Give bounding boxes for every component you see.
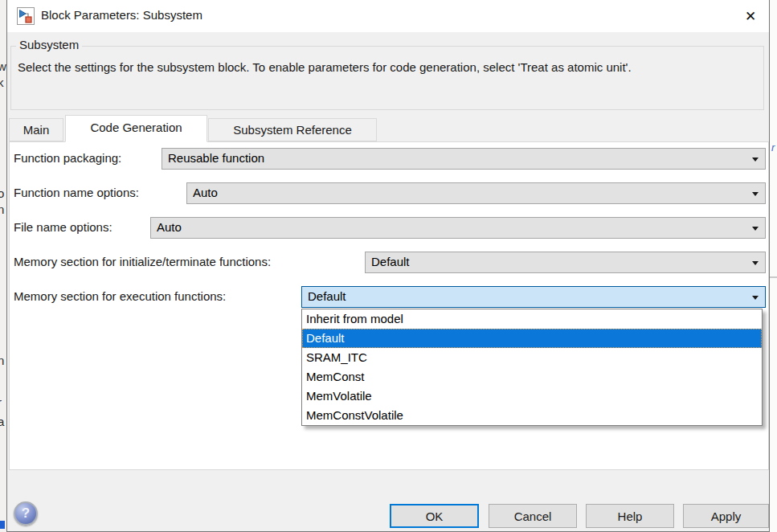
combobox-value: Default <box>371 255 410 268</box>
help-orb-icon[interactable]: ? <box>14 501 38 526</box>
cancel-button[interactable]: Cancel <box>489 504 577 528</box>
file-name-options-combobox[interactable]: Auto <box>150 217 766 239</box>
help-button[interactable]: Help <box>586 504 674 528</box>
memory-section-init-term-label: Memory section for initialize/terminate … <box>14 255 271 268</box>
dropdown-option[interactable]: MemVolatile <box>302 387 762 406</box>
background-text-fragment: w <box>0 59 6 73</box>
groupbox-title: Subsystem <box>16 38 82 51</box>
tab-code-generation[interactable]: Code Generation <box>65 115 207 142</box>
window-title: Block Parameters: Subsystem <box>41 8 202 22</box>
combobox-value: Auto <box>193 186 218 199</box>
simulink-block-icon <box>17 7 35 25</box>
background-window-left-sliver: w k o n i n r a <box>0 0 6 532</box>
function-name-options-label: Function name options: <box>14 186 139 199</box>
dropdown-option[interactable]: Default <box>302 329 762 348</box>
function-packaging-combobox[interactable]: Reusable function <box>162 148 766 170</box>
memory-section-execution-label: Memory section for execution functions: <box>14 289 226 303</box>
function-packaging-label: Function packaging: <box>14 151 121 165</box>
dropdown-option[interactable]: MemConstVolatile <box>302 406 762 425</box>
background-window-right-sliver: r <box>770 0 777 532</box>
background-text-fragment: a <box>0 415 4 428</box>
subsystem-groupbox: Subsystem Select the settings for the su… <box>10 46 764 110</box>
dropdown-option[interactable]: SRAM_ITC <box>302 348 762 367</box>
screen: w k o n i n r a r Block Parameters: Subs… <box>0 0 777 532</box>
tab-main[interactable]: Main <box>9 118 63 141</box>
dropdown-option[interactable]: MemConst <box>302 367 762 387</box>
chevron-down-icon <box>752 192 759 196</box>
chevron-down-icon <box>752 296 759 300</box>
background-text-fragment: r <box>0 395 2 409</box>
memory-section-execution-dropdown-list: Inherit from model Default SRAM_ITC MemC… <box>301 309 763 426</box>
background-text-fragment: n <box>0 203 4 216</box>
memory-section-init-term-combobox[interactable]: Default <box>365 252 766 273</box>
tab-subsystem-reference[interactable]: Subsystem Reference <box>208 118 377 141</box>
background-text-fragment: k <box>0 76 4 89</box>
background-text-fragment: r <box>771 141 775 153</box>
block-parameters-dialog: Block Parameters: Subsystem ✕ Subsystem … <box>6 0 770 532</box>
chevron-down-icon <box>752 261 759 265</box>
combobox-value: Auto <box>157 220 182 234</box>
file-name-options-label: File name options: <box>14 220 112 234</box>
memory-section-execution-combobox[interactable]: Default <box>301 286 766 308</box>
background-text-fragment: o <box>0 186 4 200</box>
background-text-fragment: n <box>0 354 4 367</box>
title-bar[interactable]: Block Parameters: Subsystem ✕ <box>7 0 769 32</box>
ok-button[interactable]: OK <box>390 504 479 528</box>
apply-button[interactable]: Apply <box>683 504 769 528</box>
close-icon[interactable]: ✕ <box>738 5 763 27</box>
background-dash <box>770 276 777 278</box>
chevron-down-icon <box>752 227 759 231</box>
dropdown-option[interactable]: Inherit from model <box>302 309 762 329</box>
background-blue-mark <box>0 521 5 529</box>
combobox-value: Reusable function <box>168 151 264 165</box>
chevron-down-icon <box>752 158 759 162</box>
combobox-value: Default <box>308 289 346 303</box>
groupbox-description: Select the settings for the subsystem bl… <box>18 57 754 78</box>
function-name-options-combobox[interactable]: Auto <box>186 182 766 204</box>
